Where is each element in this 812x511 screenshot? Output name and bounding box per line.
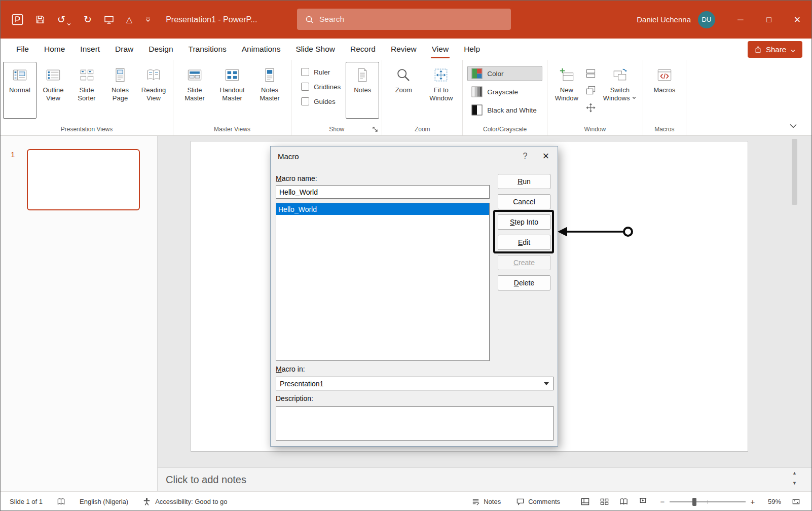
reading-view-button[interactable]: Reading View [137,62,170,119]
switch-windows-caption: Switch Windows [600,86,640,102]
dialog-help-button[interactable]: ? [516,152,534,161]
gridlines-checkbox[interactable]: Gridlines [301,83,341,91]
macro-in-label: Macro in: [276,365,305,373]
macro-in-dropdown[interactable]: Presentation1 [276,377,553,390]
slide-master-button[interactable]: Slide Master [176,62,213,119]
search-input[interactable] [319,15,482,24]
shape-icon[interactable]: △ [126,16,132,24]
notes-toggle[interactable]: Notes [471,497,501,506]
delete-button[interactable]: Delete [498,275,550,290]
macro-in-value: Presentation1 [276,380,540,388]
tab-transitions[interactable]: Transitions [181,39,234,60]
switch-windows-button[interactable]: Switch Windows [600,62,640,119]
share-chevron-icon[interactable] [790,47,796,52]
fit-slide-to-window-icon[interactable] [786,492,805,511]
comments-toggle[interactable]: Comments [516,497,560,506]
save-icon[interactable] [35,15,45,24]
outline-view-button[interactable]: Outline View [36,62,70,119]
fit-to-window-button[interactable]: Fit to Window [422,62,460,119]
macro-dialog-titlebar[interactable]: Macro ? × [271,147,558,166]
proofing-icon[interactable] [57,497,65,506]
zoom-out-button[interactable]: − [659,497,666,506]
tab-record[interactable]: Record [343,39,383,60]
search-box[interactable] [297,9,511,30]
dialog-close-button[interactable]: × [534,147,558,166]
group-zoom: Zoom Fit to Window Zoom [382,60,463,135]
zoom-in-button[interactable]: + [750,497,756,506]
tab-design[interactable]: Design [141,39,180,60]
guides-checkbox[interactable]: Guides [301,97,341,105]
macro-list[interactable]: Hello_World [276,203,490,361]
macro-list-item-selected[interactable]: Hello_World [276,203,489,215]
tab-review[interactable]: Review [383,39,424,60]
gridlines-checkbox-box[interactable] [301,83,309,91]
share-button[interactable]: Share [748,41,802,58]
comments-icon [516,497,525,506]
tab-animations[interactable]: Animations [234,39,288,60]
vertical-scrollbar[interactable]: ▲ ▼ [791,138,798,489]
zoom-percentage[interactable]: 59% [761,498,781,505]
zoom-button[interactable]: Zoom [385,62,422,119]
macro-name-input[interactable] [276,185,490,199]
slide-sorter-button[interactable]: Slide Sorter [70,62,103,119]
grayscale-button[interactable]: Grayscale [467,84,542,99]
normal-view-label: Normal [9,86,30,94]
notes-toggle-button[interactable]: Notes [346,62,379,119]
notes-master-button[interactable]: Notes Master [251,62,288,119]
reading-view-statusbar-icon[interactable] [614,492,633,511]
black-and-white-button[interactable]: Black and White [467,102,542,118]
accessibility-status[interactable]: Accessibility: Good to go [142,497,227,506]
tab-file[interactable]: File [9,39,36,60]
tab-slide-show[interactable]: Slide Show [288,39,343,60]
notes-placeholder[interactable]: Click to add notes [166,474,246,486]
zoom-slider-thumb[interactable] [692,498,696,506]
arrange-all-icon[interactable] [585,67,597,79]
undo-button[interactable]: ↺ [57,15,71,24]
slide-sorter-statusbar-icon[interactable] [595,492,614,511]
group-window: New Window Switch Windows Window [547,60,643,135]
zoom-slider[interactable] [670,497,746,506]
description-textarea[interactable] [276,406,553,441]
new-window-button[interactable]: New Window [550,62,583,119]
scrollbar-thumb[interactable] [792,139,797,205]
normal-view-button[interactable]: Normal [3,62,36,119]
redo-icon[interactable]: ↻ [84,15,92,24]
cascade-icon[interactable] [585,84,597,96]
tab-draw[interactable]: Draw [107,39,141,60]
powerpoint-window: ↺ ↻ △ Presentation1 - PowerP... Daniel U… [0,0,812,511]
tab-insert[interactable]: Insert [72,39,107,60]
previous-slide-arrow-icon[interactable]: ▲ [791,469,798,477]
color-button[interactable]: Color [467,66,542,81]
minimize-button[interactable]: ─ [726,1,755,39]
reading-view-icon [145,66,162,84]
next-slide-arrow-icon[interactable]: ▼ [791,479,798,487]
avatar[interactable]: DU [698,11,715,28]
collapse-ribbon-chevron-icon[interactable] [788,123,799,130]
move-split-icon[interactable] [585,101,597,114]
normal-view-statusbar-icon[interactable] [575,492,595,511]
tab-home[interactable]: Home [36,39,72,60]
customize-toolbar-chevron-icon[interactable] [144,16,152,23]
dropdown-arrow-icon[interactable] [540,377,553,390]
run-button[interactable]: Run [498,174,550,189]
guides-checkbox-box[interactable] [301,97,309,105]
user-name[interactable]: Daniel Uchenna [637,15,691,24]
macros-button[interactable]: Macros [646,62,683,119]
close-button[interactable]: × [783,1,811,39]
slide-thumbnail[interactable] [27,149,140,210]
tab-view[interactable]: View [424,39,456,60]
ribbon-tabs: File Home Insert Draw Design Transitions… [1,39,811,60]
show-dialog-launcher-icon[interactable] [372,126,379,133]
notes-page-button[interactable]: Notes Page [103,62,137,119]
ruler-checkbox-box[interactable] [301,68,309,76]
ruler-checkbox[interactable]: Ruler [301,68,341,76]
start-slideshow-icon[interactable] [104,15,114,25]
slideshow-statusbar-icon[interactable] [633,492,652,511]
undo-dropdown-chevron-icon[interactable] [66,20,71,24]
language-indicator[interactable]: English (Nigeria) [80,498,128,505]
tab-help[interactable]: Help [456,39,488,60]
cancel-button[interactable]: Cancel [498,194,550,209]
notes-pane[interactable]: Click to add notes [158,467,811,491]
maximize-button[interactable]: □ [755,1,783,39]
handout-master-button[interactable]: Handout Master [213,62,251,119]
